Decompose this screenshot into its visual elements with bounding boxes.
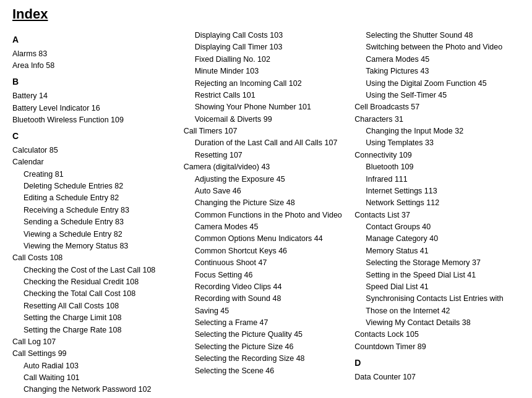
index-entry: Calendar <box>12 156 178 168</box>
index-columns: AAlarms 83Area Info 58BBattery 14Battery… <box>12 30 520 396</box>
index-entry: Displaying Call Timer 103 <box>184 41 349 53</box>
index-entry: Bluetooth 109 <box>354 161 520 173</box>
index-entry: Internet Settings 113 <box>354 185 520 197</box>
index-entry: Creating 81 <box>12 169 178 180</box>
column-2: Displaying Call Costs 103Displaying Call… <box>184 30 355 396</box>
index-entry: Call Timers 107 <box>184 125 349 137</box>
index-entry: Auto Radial 103 <box>12 360 178 372</box>
index-entry: Selecting the Recording Size 48 <box>184 353 349 365</box>
index-entry: Manage Category 40 <box>354 233 520 245</box>
index-entry: Calculator 85 <box>12 145 178 156</box>
index-entry: Area Info 58 <box>12 60 178 72</box>
index-entry: Countdown Timer 89 <box>354 341 520 353</box>
index-entry: Selecting the Picture Quality 45 <box>184 329 349 341</box>
index-entry: Memory Status 41 <box>354 245 520 257</box>
section-letter-b: B <box>12 75 178 89</box>
index-entry: Setting the Charge Rate 108 <box>12 324 178 336</box>
index-entry: Recording with Sound 48 <box>184 293 349 305</box>
index-entry: Selecting the Scene 46 <box>184 365 349 377</box>
index-entry: Cell Broadcasts 57 <box>354 101 520 113</box>
index-entry: Data Counter 107 <box>354 371 520 383</box>
index-entry: Sending a Schedule Entry 83 <box>12 216 178 228</box>
index-entry: Network Settings 112 <box>354 197 520 209</box>
page-title: Index <box>12 6 520 22</box>
index-entry: Call Settings 99 <box>12 348 178 360</box>
index-entry: Setting the Charge Limit 108 <box>12 312 178 324</box>
index-entry: Using the Digital Zoom Function 45 <box>354 78 520 90</box>
index-entry: Common Shortcut Keys 46 <box>184 245 349 257</box>
index-entry: Synchronising Contacts List Entries with… <box>354 293 520 317</box>
index-entry: Fixed Dialling No. 102 <box>184 54 349 66</box>
index-entry: Changing the Input Mode 32 <box>354 125 520 137</box>
index-entry: Contact Groups 40 <box>354 221 520 233</box>
section-letter-a: A <box>12 33 178 47</box>
index-entry: Using Templates 33 <box>354 137 520 149</box>
section-letter-d: D <box>354 357 520 370</box>
section-letter-c: C <box>12 130 178 143</box>
index-entry: Characters 31 <box>354 114 520 125</box>
index-entry: Camera (digital/video) 43 <box>184 161 349 173</box>
index-entry: Resetting 107 <box>184 150 349 161</box>
index-entry: Call Log 107 <box>12 336 178 348</box>
index-entry: Continuous Shoot 47 <box>184 257 349 269</box>
index-entry: Speed Dial List 41 <box>354 281 520 293</box>
index-entry: Taking Pictures 43 <box>354 66 520 77</box>
index-entry: Using the Self-Timer 45 <box>354 90 520 101</box>
index-entry: Battery Level Indicator 16 <box>12 103 178 114</box>
index-entry: Editing a Schedule Entry 82 <box>12 192 178 204</box>
index-entry: Selecting a Frame 47 <box>184 317 349 329</box>
index-entry: Saving 45 <box>184 305 349 317</box>
index-entry: Restrict Calls 101 <box>184 90 349 101</box>
index-entry: Switching between the Photo and Video Ca… <box>354 41 520 66</box>
index-entry: Checking the Total Call Cost 108 <box>12 288 178 300</box>
index-entry: Auto Save 46 <box>184 185 349 197</box>
column-3: Selecting the Shutter Sound 48Switching … <box>354 30 520 396</box>
index-entry: Setting in the Speed Dial List 41 <box>354 269 520 281</box>
index-entry: Receiving a Schedule Entry 83 <box>12 205 178 216</box>
index-entry: Resetting All Call Costs 108 <box>12 300 178 312</box>
index-entry: Minute Minder 103 <box>184 66 349 77</box>
index-entry: Displaying Call Costs 103 <box>184 30 349 41</box>
index-entry: Duration of the Last Call and All Calls … <box>184 137 349 149</box>
index-entry: Common Functions in the Photo and Video … <box>184 210 349 234</box>
index-entry: Viewing a Schedule Entry 82 <box>12 229 178 240</box>
index-entry: Battery 14 <box>12 90 178 102</box>
index-entry: Contacts List 37 <box>354 210 520 221</box>
index-entry: Showing Your Phone Number 101 <box>184 101 349 113</box>
index-entry: Alarms 83 <box>12 48 178 60</box>
index-entry: Viewing the Memory Status 83 <box>12 240 178 252</box>
index-entry: Selecting the Picture Size 46 <box>184 341 349 353</box>
index-entry: Common Options Menu Indicators 44 <box>184 233 349 245</box>
index-entry: Voicemail & Diverts 99 <box>184 114 349 125</box>
index-entry: Call Waiting 101 <box>12 372 178 384</box>
column-1: AAlarms 83Area Info 58BBattery 14Battery… <box>12 30 184 396</box>
index-entry: Contacts Lock 105 <box>354 329 520 341</box>
index-entry: Changing the Network Password 102 <box>12 384 178 396</box>
index-entry: Selecting the Storage Memory 37 <box>354 257 520 269</box>
index-entry: Checking the Residual Credit 108 <box>12 276 178 288</box>
index-entry: Deleting Schedule Entries 82 <box>12 180 178 192</box>
index-entry: Selecting the Shutter Sound 48 <box>354 30 520 41</box>
index-entry: Changing the Picture Size 48 <box>184 197 349 209</box>
index-entry: Checking the Cost of the Last Call 108 <box>12 265 178 276</box>
index-entry: Call Costs 108 <box>12 252 178 264</box>
index-entry: Adjusting the Exposure 45 <box>184 174 349 185</box>
index-entry: Infrared 111 <box>354 174 520 185</box>
index-entry: Recording Video Clips 44 <box>184 281 349 293</box>
index-entry: Bluetooth Wireless Function 109 <box>12 114 178 126</box>
index-entry: Focus Setting 46 <box>184 269 349 281</box>
index-entry: Viewing My Contact Details 38 <box>354 317 520 329</box>
index-entry: Connectivity 109 <box>354 150 520 161</box>
index-entry: Rejecting an Incoming Call 102 <box>184 78 349 90</box>
